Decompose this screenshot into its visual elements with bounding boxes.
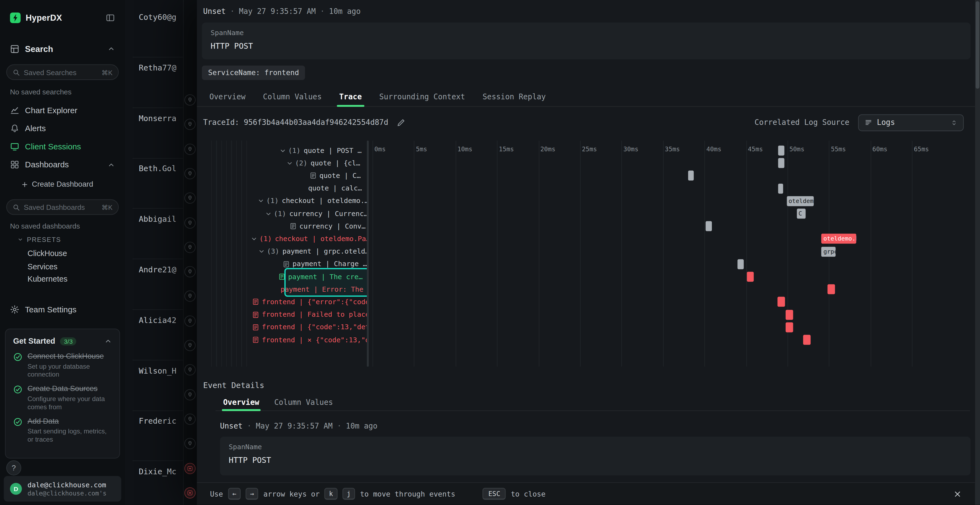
list-item[interactable]: Dixie_Mc	[139, 467, 177, 476]
trace-span-bar[interactable]	[688, 171, 694, 181]
sidebar-item-clickhouse[interactable]: ClickHouse	[27, 247, 120, 260]
tab-trace[interactable]: Trace	[331, 87, 371, 106]
location-pin-icon[interactable]	[184, 217, 196, 228]
tab-session-replay[interactable]: Session Replay	[474, 87, 555, 106]
sidebar-item-chart-explorer[interactable]: Chart Explorer	[0, 101, 125, 119]
sidebar-item-alerts[interactable]: Alerts	[0, 119, 125, 138]
scrollbar[interactable]	[975, 0, 980, 505]
tab-column-values[interactable]: Column Values	[254, 87, 331, 106]
service-name-tag[interactable]: ServiceName: frontend	[202, 65, 305, 80]
status-text: Unset	[203, 7, 226, 16]
list-item[interactable]: Retha77@	[139, 63, 177, 72]
trace-span-bar[interactable]: oteldemo.C	[787, 196, 814, 206]
trace-span-row[interactable]: quote | calc…	[209, 182, 367, 195]
create-dashboard-button[interactable]: Create Dashboard	[21, 180, 93, 189]
tree-chart-divider[interactable]	[367, 141, 369, 367]
trace-span-bar[interactable]	[778, 297, 785, 307]
sidebar-item-team-settings[interactable]: Team Settings	[0, 300, 125, 318]
scrollbar-thumb[interactable]	[976, 2, 980, 89]
help-button[interactable]: ?	[6, 461, 21, 475]
location-pin-icon[interactable]	[184, 389, 196, 400]
saved-searches-input[interactable]: Saved Searches ⌘K	[6, 64, 119, 80]
chevron-down-icon[interactable]	[251, 235, 258, 242]
location-pin-icon[interactable]	[184, 364, 196, 375]
tab-overview[interactable]: Overview	[200, 87, 254, 106]
trace-span-row[interactable]: (1)checkout | oteldemo.Pa…	[209, 233, 367, 245]
location-pin-icon[interactable]	[184, 94, 196, 106]
trace-span-bar[interactable]: C	[797, 209, 806, 219]
trace-span-row[interactable]: (2)quote | {cl…	[209, 157, 367, 170]
sidebar-item-client-sessions[interactable]: Client Sessions	[0, 137, 125, 156]
trace-span-row[interactable]: frontend | {"error":{"code…	[209, 296, 367, 308]
event-details-tab-column-values[interactable]: Column Values	[267, 394, 340, 410]
location-pin-icon[interactable]	[184, 340, 196, 351]
saved-dashboards-input[interactable]: Saved Dashboards ⌘K	[6, 199, 119, 215]
log-source-select[interactable]: Logs	[858, 114, 964, 131]
location-pin-icon[interactable]	[184, 193, 196, 204]
location-pin-icon[interactable]	[184, 119, 196, 130]
trace-span-bar[interactable]	[778, 183, 783, 194]
sidebar-item-services[interactable]: Services	[27, 260, 120, 273]
sidebar-collapse-icon[interactable]	[106, 13, 115, 22]
trace-span-bar[interactable]: oteldemo.P	[822, 234, 856, 244]
close-icon[interactable]	[953, 489, 962, 498]
get-started-header[interactable]: Get Started 3/3	[13, 337, 112, 345]
trace-span-bar[interactable]: grpc.oteld	[822, 246, 836, 257]
logo-row: HyperDX	[0, 9, 125, 26]
get-started-item[interactable]: Create Data SourcesConfigure where your …	[13, 384, 112, 410]
list-item[interactable]: Monserra	[139, 113, 177, 123]
axis-tick-label: 20ms	[540, 146, 555, 152]
get-started-item[interactable]: Add DataStart sending logs, metrics, or …	[13, 416, 112, 443]
trace-span-row[interactable]: (1)checkout | oteldemo.…	[209, 195, 367, 207]
chevron-down-icon[interactable]	[286, 160, 293, 167]
trace-span-row[interactable]: (1)quote | POST …	[209, 144, 367, 157]
list-item[interactable]: Beth.Gol	[139, 164, 177, 173]
trace-span-row[interactable]: (1)currency | Currenc…	[209, 207, 367, 220]
chevron-down-icon[interactable]	[258, 197, 264, 204]
trace-span-bar[interactable]	[778, 146, 784, 156]
search-section-header[interactable]: Search	[0, 40, 125, 57]
trace-span-row[interactable]: frontend | {"code":13,"det…	[209, 321, 367, 333]
location-pin-icon[interactable]	[184, 168, 196, 179]
trace-span-row[interactable]: frontend | × {"code":13,"d…	[209, 333, 367, 346]
list-item[interactable]: Abbigail	[139, 214, 177, 224]
session-error-icon[interactable]	[184, 487, 196, 498]
event-details-tab-overview[interactable]: Overview	[216, 394, 267, 410]
trace-span-row[interactable]: (3)payment | grpc.oteld…	[209, 245, 367, 258]
trace-span-bar[interactable]	[747, 272, 753, 282]
sidebar-item-dashboards[interactable]: Dashboards	[0, 156, 125, 174]
trace-span-bar[interactable]	[738, 259, 743, 269]
trace-span-bar[interactable]	[786, 310, 793, 320]
trace-span-bar[interactable]	[827, 284, 835, 294]
trace-span-row[interactable]: currency | Conv…	[209, 220, 367, 233]
trace-span-bar[interactable]	[803, 335, 811, 345]
location-pin-icon[interactable]	[184, 266, 196, 277]
list-item[interactable]: Coty60@g	[139, 13, 177, 22]
trace-span-bar[interactable]	[778, 158, 784, 168]
location-pin-icon[interactable]	[184, 241, 196, 253]
tab-surrounding-context[interactable]: Surrounding Context	[371, 87, 474, 106]
session-error-icon[interactable]	[184, 462, 196, 474]
list-item[interactable]: Frederic	[139, 416, 177, 426]
saved-searches-placeholder: Saved Searches	[24, 68, 98, 76]
user-menu[interactable]: D dale@clickhouse.com dale@clickhouse.co…	[4, 476, 121, 502]
location-pin-icon[interactable]	[184, 438, 196, 449]
list-item[interactable]: Wilson_H	[139, 366, 177, 375]
location-pin-icon[interactable]	[184, 414, 196, 425]
edit-pencil-icon[interactable]	[396, 118, 406, 127]
trace-span-row[interactable]: quote | C…	[209, 170, 367, 182]
location-pin-icon[interactable]	[184, 143, 196, 154]
trace-span-row[interactable]: frontend | Failed to place…	[209, 308, 367, 321]
trace-span-bar[interactable]	[786, 322, 793, 332]
list-item[interactable]: Alicia42	[139, 315, 177, 325]
chevron-down-icon[interactable]	[279, 147, 286, 154]
list-item[interactable]: Andre21@	[139, 265, 177, 274]
sidebar-item-kubernetes[interactable]: Kubernetes	[27, 273, 120, 286]
presets-header[interactable]: PRESETS	[18, 236, 61, 243]
chevron-down-icon[interactable]	[265, 210, 272, 217]
chevron-down-icon[interactable]	[258, 248, 265, 255]
location-pin-icon[interactable]	[184, 291, 196, 302]
trace-span-bar[interactable]	[705, 221, 712, 231]
location-pin-icon[interactable]	[184, 315, 196, 327]
get-started-item[interactable]: Connect to ClickHouseSet up your databas…	[13, 352, 112, 378]
